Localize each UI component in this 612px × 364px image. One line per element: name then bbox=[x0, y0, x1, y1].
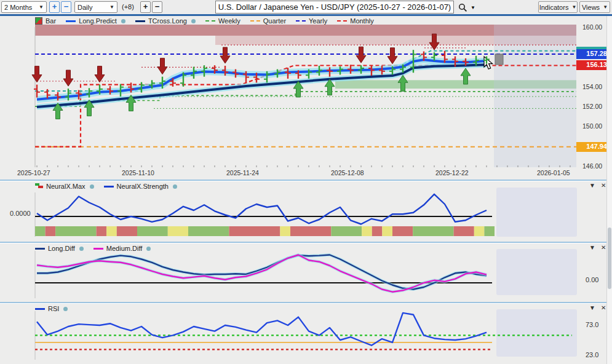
yearly-level-badge: 157.28 bbox=[576, 49, 610, 59]
panel-separator[interactable] bbox=[0, 302, 612, 304]
scrollbar-thumb[interactable] bbox=[608, 228, 611, 289]
legend-line-swatch bbox=[93, 248, 103, 250]
chart-application-window: 2 Months ▼ + − Daily ▼ (+8) + − U.S. Dol… bbox=[0, 0, 612, 364]
chevron-down-icon: ▼ bbox=[109, 4, 114, 10]
legend-label: Monthly bbox=[350, 17, 374, 25]
legend-item-neuralx-strength[interactable]: NeuralX.Strength bbox=[104, 183, 177, 190]
x-axis-label: 2025-11-24 bbox=[226, 169, 259, 176]
y-axis-label: 160.00 bbox=[582, 23, 602, 31]
views-button[interactable]: Views ▼ bbox=[579, 1, 610, 13]
legend-dash-swatch bbox=[205, 20, 215, 22]
legend-item-monthly[interactable]: Monthly bbox=[337, 17, 374, 25]
panel-control-group: ▼✕ bbox=[589, 182, 606, 189]
panel-separator[interactable] bbox=[0, 180, 612, 181]
legend-line-swatch bbox=[66, 20, 76, 22]
toolbar: 2 Months ▼ + − Daily ▼ (+8) + − U.S. Dol… bbox=[0, 0, 612, 14]
info-dot-icon[interactable] bbox=[63, 307, 68, 311]
legend-label: Long.Predict bbox=[79, 17, 117, 25]
views-label: Views bbox=[582, 4, 600, 11]
legend-item-medium-diff[interactable]: Medium.Diff bbox=[93, 245, 151, 252]
legend-item-quarter[interactable]: Quarter bbox=[250, 17, 286, 25]
panel-separator[interactable] bbox=[0, 242, 612, 243]
diff-legend: Long.DiffMedium.Diff bbox=[35, 245, 151, 252]
offset-decrease-button[interactable]: − bbox=[152, 1, 162, 13]
collapse-panel-button[interactable]: ▼ bbox=[589, 304, 595, 311]
legend-item-long-predict[interactable]: Long.Predict bbox=[66, 17, 125, 25]
rsi-panel bbox=[0, 304, 612, 364]
x-axis-label: 2025-11-10 bbox=[122, 169, 154, 176]
rsi-top-label: 73.0 bbox=[586, 321, 598, 328]
indicators-label: Indicators bbox=[539, 4, 569, 11]
legend-item-long-diff[interactable]: Long.Diff bbox=[35, 245, 84, 252]
range-decrease-button[interactable]: − bbox=[61, 1, 71, 13]
indicators-button[interactable]: Indicators ▼ bbox=[538, 1, 578, 13]
main-price-panel bbox=[0, 16, 612, 180]
chevron-down-icon: ▼ bbox=[571, 4, 576, 10]
quarter-level-badge: 147.94 bbox=[576, 142, 610, 152]
info-dot-icon[interactable] bbox=[79, 247, 84, 251]
panel-control-group: ▼✕ bbox=[589, 244, 606, 251]
offset-increase-button[interactable]: + bbox=[140, 1, 151, 13]
y-axis-label: 152.00 bbox=[582, 103, 602, 110]
legend-label: Yearly bbox=[309, 17, 327, 25]
y-axis-label: 146.00 bbox=[582, 162, 602, 170]
legend-label: Medium.Diff bbox=[106, 245, 142, 252]
neuralx-panel bbox=[0, 181, 612, 242]
legend-item-weekly[interactable]: Weekly bbox=[205, 17, 240, 25]
legend-label: Bar bbox=[46, 17, 56, 25]
x-axis-label: 2026-01-05 bbox=[537, 169, 570, 176]
main-chart-legend: BarLong.PredictTCross.LongWeeklyQuarterY… bbox=[35, 17, 374, 25]
info-dot-icon[interactable] bbox=[191, 19, 196, 23]
interval-value: Daily bbox=[77, 4, 92, 11]
legend-line-swatch bbox=[135, 20, 145, 22]
symbol-title-input[interactable]: U.S. Dollar / Japanese Yen - USD/JPY (20… bbox=[215, 1, 454, 14]
date-range-select[interactable]: 2 Months ▼ bbox=[1, 1, 47, 13]
legend-label: TCross.Long bbox=[148, 17, 187, 25]
legend-label: NeuralX.Strength bbox=[117, 183, 169, 190]
legend-item-yearly[interactable]: Yearly bbox=[296, 17, 327, 25]
rsi-legend: RSI bbox=[35, 305, 68, 312]
collapse-panel-button[interactable]: ▼ bbox=[589, 244, 595, 251]
legend-line-swatch bbox=[35, 308, 45, 310]
info-dot-icon[interactable] bbox=[90, 184, 94, 189]
search-icon[interactable] bbox=[458, 3, 467, 12]
panel-control-group: ▼✕ bbox=[589, 304, 606, 311]
neuralx-zero-label: 0.0000 bbox=[10, 210, 31, 217]
bar-legend-icon bbox=[35, 17, 42, 25]
legend-label: Long.Diff bbox=[48, 245, 75, 252]
info-dot-icon[interactable] bbox=[173, 184, 177, 189]
close-panel-button[interactable]: ✕ bbox=[601, 244, 606, 251]
info-dot-icon[interactable] bbox=[146, 247, 151, 251]
search-options-caret[interactable]: ▼ bbox=[471, 5, 475, 10]
toolbar-separator bbox=[0, 14, 612, 16]
chevron-down-icon: ▼ bbox=[39, 4, 44, 10]
legend-label: NeuralX.Max bbox=[46, 183, 85, 190]
legend-line-swatch bbox=[104, 186, 114, 188]
neuralx-legend: NeuralX.MaxNeuralX.Strength bbox=[35, 183, 177, 190]
legend-dash-swatch bbox=[250, 20, 260, 22]
legend-item-neuralx-max[interactable]: NeuralX.Max bbox=[35, 183, 94, 190]
legend-label: RSI bbox=[48, 305, 59, 312]
chevron-down-icon: ▼ bbox=[603, 4, 608, 10]
close-panel-button[interactable]: ✕ bbox=[601, 182, 606, 189]
info-dot-icon[interactable] bbox=[121, 19, 125, 23]
legend-item-bar[interactable]: Bar bbox=[35, 17, 56, 25]
legend-label: Quarter bbox=[263, 17, 286, 25]
forecast-offset-label: (+8) bbox=[122, 3, 134, 15]
legend-item-rsi[interactable]: RSI bbox=[35, 305, 68, 312]
diff-panel bbox=[0, 243, 612, 302]
close-panel-button[interactable]: ✕ bbox=[601, 304, 606, 311]
interval-select[interactable]: Daily ▼ bbox=[74, 1, 117, 13]
vertical-scrollbar[interactable] bbox=[606, 16, 612, 364]
neuralx-max-icon bbox=[35, 183, 43, 189]
monthly-level-badge: 156.13 bbox=[576, 60, 610, 70]
x-axis-label: 2025-12-08 bbox=[331, 169, 364, 176]
range-increase-button[interactable]: + bbox=[49, 1, 60, 13]
collapse-panel-button[interactable]: ▼ bbox=[589, 182, 595, 189]
legend-dash-swatch bbox=[296, 20, 306, 22]
legend-label: Weekly bbox=[218, 17, 240, 25]
x-axis-label: 2025-10-27 bbox=[17, 169, 50, 176]
legend-item-tcross-long[interactable]: TCross.Long bbox=[135, 17, 196, 25]
y-axis-label: 154.00 bbox=[582, 83, 602, 90]
diff-zero-label: 0.00 bbox=[586, 276, 598, 283]
